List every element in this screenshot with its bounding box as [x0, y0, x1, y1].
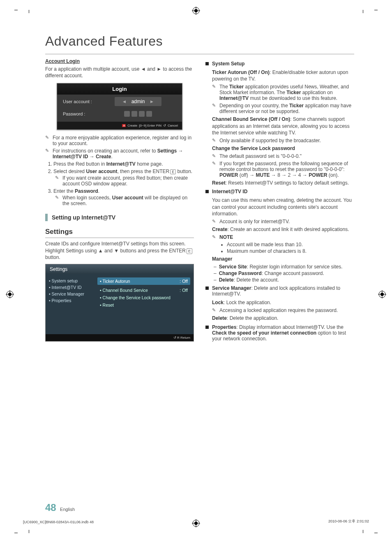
- step-2-note: If you want create account, press Red bu…: [62, 175, 194, 187]
- nav-service-manager[interactable]: • Service Manager: [49, 291, 94, 297]
- settings-main: • Ticker Autorun: Off • Channel Bound Se…: [97, 277, 190, 331]
- section-marker-icon: [45, 214, 48, 221]
- service-manager-desc: Service Manager: Delete and lock applica…: [212, 285, 354, 297]
- note-icon: [212, 138, 219, 143]
- registration-mark-icon: [192, 7, 200, 15]
- note-icon: [212, 219, 219, 224]
- reset-row[interactable]: • Reset: [97, 301, 190, 309]
- internet-tv-id-desc: You can use this menu when creating, del…: [212, 197, 354, 217]
- ticker-autorun-row[interactable]: • Ticker Autorun: Off: [97, 277, 190, 285]
- footer-create: Create: [127, 124, 137, 127]
- settings-dialog: Settings • System setup • Internet@TV ID…: [45, 264, 194, 342]
- left-arrow-icon[interactable]: ◀: [123, 99, 126, 104]
- square-bullet-icon: [205, 62, 209, 65]
- right-arrow-icon[interactable]: ▶: [150, 99, 153, 104]
- note-li-2: Maximum number of characters is 8.: [227, 248, 354, 254]
- footer-date: 2010-08-06 오후 2:01:02: [328, 519, 369, 524]
- registration-mark-icon: [6, 290, 14, 298]
- settings-footer: ↻ R Return: [46, 334, 194, 341]
- change-lock-note-2: If you forget the password, press the fo…: [219, 161, 354, 178]
- return-icon: ↻: [163, 124, 166, 127]
- page-number: 48: [45, 502, 56, 513]
- note-icon: [212, 103, 219, 108]
- note-icon: [212, 84, 219, 89]
- note-icon: [45, 148, 53, 153]
- ticker-note-1: The Ticker application provides useful N…: [219, 84, 354, 101]
- note-instructions: For instructions on creating an account,…: [53, 148, 194, 159]
- system-setup-heading: System Setup: [212, 61, 244, 67]
- page-number-block: 48 English: [45, 502, 75, 513]
- channel-bound-desc: Channel Bound Service (Off / On): Some c…: [212, 116, 354, 136]
- square-bullet-icon: [205, 326, 209, 329]
- step-3: Enter the Password. When login succeeds,…: [53, 188, 194, 206]
- page-title: Advanced Features: [45, 34, 354, 49]
- right-column: System Setup Ticker Autorun (Off / On): …: [205, 58, 354, 345]
- cbs-note: Only available if supported by the broad…: [219, 138, 321, 143]
- square-bullet-icon: [205, 190, 209, 193]
- note-icon: [55, 195, 62, 206]
- left-column: Account Login For a application with mul…: [45, 58, 194, 345]
- manager-service-site: Service Site: Register login information…: [214, 264, 354, 270]
- step-3-note: When login succeeds, User account will b…: [62, 195, 194, 206]
- account-login-heading: Account Login: [45, 58, 194, 64]
- red-a-badge-icon: A: [122, 124, 126, 127]
- password-label: Password :: [63, 111, 100, 116]
- ticker-autorun-desc: Ticker Autorun (Off / On): Enable/disabl…: [212, 69, 354, 82]
- footer-cancel: Cancel: [168, 124, 178, 127]
- note-icon: [212, 234, 219, 240]
- user-account-value: admin: [131, 99, 145, 104]
- settings-nav[interactable]: • System setup • Internet@TV ID • Servic…: [49, 277, 94, 331]
- login-footer: A Create [0~9] Enter PIN ↻ Cancel: [57, 122, 182, 129]
- nav-properties[interactable]: • Properties: [49, 297, 94, 304]
- enter-icon: E: [170, 169, 176, 174]
- manager-delete: Delete: Delete the account.: [214, 277, 354, 283]
- note-icon: [55, 175, 62, 187]
- change-lock-note-1: The default password set is "0-0-0-0.": [219, 153, 302, 159]
- ticker-note-2: Depending on your country, the Ticker ap…: [219, 103, 354, 114]
- enter-icon: E: [187, 248, 192, 254]
- footer-enter-pin: [0~9] Enter PIN: [139, 124, 161, 127]
- page: Advanced Features Account Login For a ap…: [0, 0, 392, 543]
- settings-dialog-title: Settings: [46, 264, 194, 274]
- print-footer: [UC6900_XC]BN68-02843A-01L06.indb 48 201…: [23, 519, 369, 524]
- lock-note: Accessing a locked application requires …: [219, 307, 338, 313]
- login-title: Login: [57, 83, 182, 95]
- internet-tv-id-note: Account is only for internet@TV.: [219, 219, 290, 224]
- password-field[interactable]: [124, 111, 152, 117]
- login-dialog: Login User account : ◀ admin ▶ Password: [57, 83, 182, 130]
- create-desc: Create: Create an account and link it wi…: [212, 226, 354, 233]
- step-1: Press the Red button in Internet@TV home…: [53, 161, 194, 167]
- account-login-desc: For a application with multiple account,…: [45, 66, 194, 79]
- note-heading: NOTE: [219, 234, 233, 240]
- square-bullet-icon: [205, 287, 209, 290]
- channel-bound-row[interactable]: • Channel Bound Service: Off: [97, 287, 190, 294]
- return-icon: ↻: [173, 336, 176, 340]
- note-li-1: Account will be made less than 10.: [227, 242, 354, 247]
- nav-internet-tv-id[interactable]: • Internet@TV ID: [49, 284, 94, 291]
- language-label: English: [60, 507, 75, 512]
- note-icon: [212, 161, 219, 166]
- note-register: For a more enjoyable application experie…: [53, 135, 194, 146]
- footer-file: [UC6900_XC]BN68-02843A-01L06.indb 48: [23, 520, 94, 524]
- section-bar: Setting up Internet@TV: [45, 214, 194, 221]
- user-account-label: User account :: [63, 99, 100, 104]
- delete-desc: Delete: Delete the application.: [212, 315, 354, 321]
- change-lock-row[interactable]: • Change the Service Lock password: [97, 294, 190, 301]
- section-setting-up: Setting up Internet@TV: [52, 214, 115, 221]
- change-lock-heading: Change the Service Lock password: [212, 146, 295, 151]
- settings-desc: Create IDs and configure Internet@TV set…: [45, 240, 194, 261]
- user-account-spinner[interactable]: ◀ admin ▶: [115, 97, 162, 106]
- reset-desc: Reset: Resets Internet@TV settings to fa…: [212, 180, 354, 186]
- settings-heading: Settings: [45, 228, 194, 236]
- manager-heading: Manager: [212, 256, 232, 262]
- note-icon: [45, 135, 53, 140]
- step-2: Select desired User account, then press …: [53, 169, 194, 187]
- registration-mark-icon: [378, 290, 386, 298]
- note-icon: [212, 153, 219, 159]
- lock-desc: Lock: Lock the application.: [212, 299, 354, 306]
- properties-desc: Properties: Display information about In…: [212, 324, 354, 342]
- nav-system-setup[interactable]: • System setup: [49, 277, 94, 284]
- internet-tv-id-heading: Internet@TV ID: [212, 189, 247, 194]
- note-icon: [212, 307, 219, 313]
- manager-change-password: Change Password: Change account password…: [214, 270, 354, 276]
